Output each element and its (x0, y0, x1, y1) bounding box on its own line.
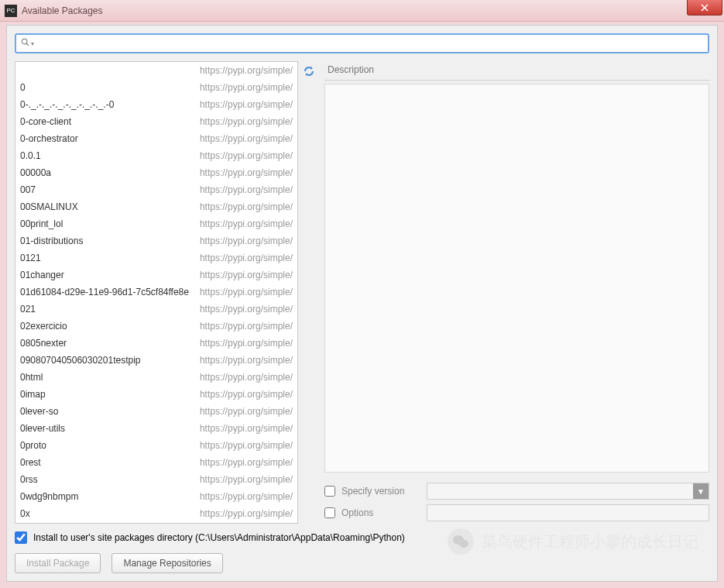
package-row[interactable]: 0resthttps://pypi.org/simple/ (15, 454, 297, 471)
package-name: 0html (20, 372, 200, 383)
package-row[interactable]: 0imaphttps://pypi.org/simple/ (15, 386, 297, 403)
package-name: 00SMALINUX (20, 201, 200, 212)
package-row[interactable]: 0.0.1https://pypi.org/simple/ (15, 147, 297, 164)
package-source: https://pypi.org/simple/ (200, 65, 293, 76)
package-name: 0lever-utils (20, 423, 200, 434)
package-name: 0805nexter (20, 338, 200, 349)
package-name: 00000a (20, 167, 200, 178)
bottom-area: Install to user's site packages director… (15, 531, 709, 573)
package-source: https://pypi.org/simple/ (200, 253, 293, 263)
description-area (324, 84, 709, 473)
package-row[interactable]: 01-distributionshttps://pypi.org/simple/ (15, 232, 297, 249)
package-row[interactable]: 0rsshttps://pypi.org/simple/ (15, 471, 297, 488)
install-user-row: Install to user's site packages director… (15, 531, 709, 544)
package-source: https://pypi.org/simple/ (200, 423, 293, 434)
package-row[interactable]: 0-core-clienthttps://pypi.org/simple/ (15, 113, 297, 130)
options-checkbox[interactable] (324, 507, 335, 518)
package-row[interactable]: 01changerhttps://pypi.org/simple/ (15, 266, 297, 284)
package-source: https://pypi.org/simple/ (200, 167, 293, 178)
specify-version-checkbox[interactable] (324, 486, 335, 497)
package-name: 0.0.1 (20, 150, 200, 161)
search-icon (21, 38, 29, 49)
refresh-column (298, 61, 320, 524)
package-name: 0-orchestrator (20, 133, 200, 144)
package-row[interactable]: 00SMALINUXhttps://pypi.org/simple/ (15, 198, 297, 215)
package-row[interactable]: 021https://pypi.org/simple/ (15, 301, 297, 318)
package-row[interactable]: 0-orchestratorhttps://pypi.org/simple/ (15, 130, 297, 147)
package-name: 02exercicio (20, 321, 200, 332)
package-source: https://pypi.org/simple/ (200, 457, 293, 468)
button-row: Install Package Manage Repositories (15, 553, 709, 573)
package-source: https://pypi.org/simple/ (200, 474, 293, 485)
package-name: 00print_lol (20, 218, 200, 229)
package-source: https://pypi.org/simple/ (200, 355, 293, 366)
package-row[interactable]: 0wdg9nbmpmhttps://pypi.org/simple/ (15, 488, 297, 505)
package-name: 021 (20, 304, 200, 315)
options-field[interactable] (427, 504, 709, 521)
package-source: https://pypi.org/simple/ (200, 338, 293, 349)
package-name: 007 (20, 184, 200, 195)
package-row[interactable]: 0lever-utilshttps://pypi.org/simple/ (15, 420, 297, 437)
package-source: https://pypi.org/simple/ (200, 201, 293, 212)
package-name: 0121 (20, 253, 200, 263)
refresh-button[interactable] (300, 63, 317, 80)
package-source: https://pypi.org/simple/ (200, 116, 293, 127)
package-name: 01-distributions (20, 236, 200, 246)
search-dropdown-icon[interactable]: ▾ (31, 40, 34, 47)
close-button[interactable] (687, 0, 722, 15)
install-package-button[interactable]: Install Package (15, 553, 101, 573)
options-label: Options (341, 507, 427, 518)
manage-repositories-button[interactable]: Manage Repositories (112, 553, 222, 573)
options-row: Options (324, 502, 709, 524)
package-source: https://pypi.org/simple/ (200, 491, 293, 502)
package-source: https://pypi.org/simple/ (200, 321, 293, 332)
svg-point-0 (22, 39, 27, 44)
package-row[interactable]: 02exerciciohttps://pypi.org/simple/ (15, 318, 297, 335)
package-source: https://pypi.org/simple/ (200, 82, 293, 93)
main-area: https://pypi.org/simple/0https://pypi.or… (15, 61, 709, 524)
package-name: 0x (20, 508, 200, 519)
install-user-label: Install to user's site packages director… (33, 532, 405, 543)
package-source: https://pypi.org/simple/ (200, 406, 293, 417)
app-icon: PC (5, 5, 17, 17)
package-source: https://pypi.org/simple/ (200, 389, 293, 400)
search-box[interactable]: ▾ (15, 33, 709, 53)
package-name: 0 (20, 82, 200, 93)
package-row[interactable]: 0-._.-._.-._.-._.-._.-._.-0https://pypi.… (15, 96, 297, 113)
package-source: https://pypi.org/simple/ (200, 99, 293, 110)
package-name: 0imap (20, 389, 200, 400)
package-row[interactable]: 0htmlhttps://pypi.org/simple/ (15, 369, 297, 386)
package-row[interactable]: https://pypi.org/simple/ (15, 62, 297, 79)
package-row[interactable]: 090807040506030201testpiphttps://pypi.or… (15, 352, 297, 369)
package-row[interactable]: 0805nexterhttps://pypi.org/simple/ (15, 335, 297, 352)
package-list[interactable]: https://pypi.org/simple/0https://pypi.or… (15, 61, 298, 524)
package-row[interactable]: 007https://pypi.org/simple/ (15, 181, 297, 198)
package-row[interactable]: 0121https://pypi.org/simple/ (15, 249, 297, 266)
specify-version-combo[interactable]: ▼ (427, 483, 709, 500)
install-user-checkbox[interactable] (15, 531, 27, 544)
package-source: https://pypi.org/simple/ (200, 184, 293, 195)
package-name: 01changer (20, 270, 200, 280)
package-source: https://pypi.org/simple/ (200, 508, 293, 519)
package-row[interactable]: 0protohttps://pypi.org/simple/ (15, 437, 297, 454)
search-input[interactable] (37, 38, 703, 49)
package-row[interactable]: 0lever-sohttps://pypi.org/simple/ (15, 403, 297, 420)
package-source: https://pypi.org/simple/ (200, 270, 293, 280)
package-name: 01d61084-d29e-11e9-96d1-7c5cf84ffe8e (20, 287, 200, 297)
dialog-content: ▾ https://pypi.org/simple/0https://pypi.… (6, 25, 718, 582)
window: PC Available Packages ▾ https://pypi.org… (0, 0, 724, 588)
options-area: Specify version ▼ Options (324, 480, 709, 524)
package-row[interactable]: 00print_lolhttps://pypi.org/simple/ (15, 215, 297, 232)
package-name: 0wdg9nbmpm (20, 491, 200, 502)
package-row[interactable]: 0https://pypi.org/simple/ (15, 79, 297, 96)
package-source: https://pypi.org/simple/ (200, 304, 293, 315)
package-row[interactable]: 00000ahttps://pypi.org/simple/ (15, 164, 297, 181)
package-source: https://pypi.org/simple/ (200, 150, 293, 161)
package-name: 0proto (20, 440, 200, 451)
package-row[interactable]: 01d61084-d29e-11e9-96d1-7c5cf84ffe8ehttp… (15, 284, 297, 301)
window-title: Available Packages (22, 5, 103, 16)
left-panel: https://pypi.org/simple/0https://pypi.or… (15, 61, 320, 524)
package-name: 0rest (20, 457, 200, 468)
package-row[interactable]: 0xhttps://pypi.org/simple/ (15, 505, 297, 522)
specify-version-row: Specify version ▼ (324, 480, 709, 502)
